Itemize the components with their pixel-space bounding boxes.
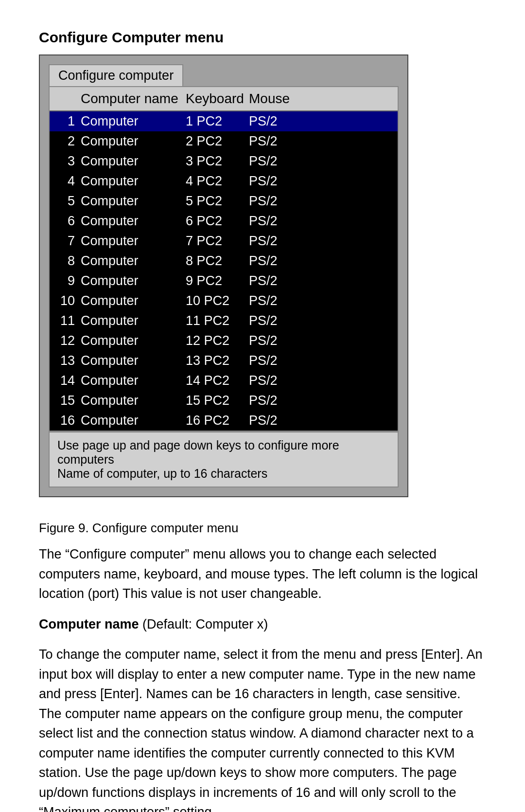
- row-computer-name: Computer: [79, 353, 186, 368]
- menu-tab-label: Configure computer: [49, 64, 183, 86]
- row-keyboard-num: 13 PC2: [186, 353, 249, 368]
- row-mouse: PS/2: [249, 253, 307, 269]
- row-mouse: PS/2: [249, 273, 307, 289]
- row-computer-name: Computer: [79, 174, 186, 189]
- menu-table: Computer name Keyboard Mouse 1 Computer …: [49, 86, 399, 432]
- row-num: 2: [50, 134, 79, 149]
- row-num: 6: [50, 214, 79, 229]
- row-keyboard-num: 8 PC2: [186, 253, 249, 269]
- row-computer-name: Computer: [79, 114, 186, 129]
- row-keyboard-num: 2 PC2: [186, 134, 249, 149]
- help-text-box: Use page up and page down keys to config…: [49, 432, 399, 487]
- row-mouse: PS/2: [249, 194, 307, 209]
- row-keyboard-num: 12 PC2: [186, 333, 249, 348]
- row-num: 12: [50, 333, 79, 348]
- row-num: 5: [50, 194, 79, 209]
- row-keyboard-num: 9 PC2: [186, 273, 249, 289]
- col-header-name: Computer name: [79, 91, 186, 107]
- row-mouse: PS/2: [249, 154, 307, 169]
- row-keyboard-num: 1 PC2: [186, 114, 249, 129]
- row-num: 11: [50, 313, 79, 328]
- row-mouse: PS/2: [249, 413, 307, 428]
- row-num: 8: [50, 253, 79, 269]
- row-mouse: PS/2: [249, 174, 307, 189]
- page-content: Configure Computer menu Configure comput…: [0, 0, 525, 812]
- row-num: 16: [50, 413, 79, 428]
- row-computer-name: Computer: [79, 273, 186, 289]
- row-keyboard-num: 14 PC2: [186, 373, 249, 388]
- row-computer-name: Computer: [79, 154, 186, 169]
- table-row[interactable]: 10 Computer 10 PC2 PS/2: [50, 291, 398, 311]
- row-mouse: PS/2: [249, 114, 307, 129]
- table-row[interactable]: 9 Computer 9 PC2 PS/2: [50, 271, 398, 291]
- table-row[interactable]: 6 Computer 6 PC2 PS/2: [50, 211, 398, 231]
- row-keyboard-num: 6 PC2: [186, 214, 249, 229]
- table-row[interactable]: 7 Computer 7 PC2 PS/2: [50, 231, 398, 251]
- row-keyboard-num: 10 PC2: [186, 293, 249, 308]
- row-num: 1: [50, 114, 79, 129]
- col-header-mouse: Mouse: [249, 91, 307, 107]
- col-header-keyboard: Keyboard: [186, 91, 249, 107]
- row-computer-name: Computer: [79, 134, 186, 149]
- row-mouse: PS/2: [249, 393, 307, 408]
- row-keyboard-num: 11 PC2: [186, 313, 249, 328]
- row-computer-name: Computer: [79, 393, 186, 408]
- row-num: 13: [50, 353, 79, 368]
- row-computer-name: Computer: [79, 214, 186, 229]
- table-row[interactable]: 2 Computer 2 PC2 PS/2: [50, 131, 398, 151]
- table-row[interactable]: 12 Computer 12 PC2 PS/2: [50, 331, 398, 351]
- computer-name-body: To change the computer name, select it f…: [39, 645, 486, 812]
- row-num: 14: [50, 373, 79, 388]
- table-row[interactable]: 1 Computer 1 PC2 PS/2: [50, 111, 398, 131]
- row-computer-name: Computer: [79, 333, 186, 348]
- row-mouse: PS/2: [249, 333, 307, 348]
- table-rows: 1 Computer 1 PC2 PS/2 2 Computer 2 PC2 P…: [50, 111, 398, 431]
- row-mouse: PS/2: [249, 313, 307, 328]
- table-row[interactable]: 4 Computer 4 PC2 PS/2: [50, 171, 398, 191]
- table-row[interactable]: 13 Computer 13 PC2 PS/2: [50, 351, 398, 371]
- row-keyboard-num: 15 PC2: [186, 393, 249, 408]
- row-computer-name: Computer: [79, 293, 186, 308]
- row-keyboard-num: 3 PC2: [186, 154, 249, 169]
- row-computer-name: Computer: [79, 194, 186, 209]
- help-line-1: Use page up and page down keys to config…: [57, 438, 390, 467]
- row-mouse: PS/2: [249, 373, 307, 388]
- row-computer-name: Computer: [79, 253, 186, 269]
- row-computer-name: Computer: [79, 413, 186, 428]
- row-keyboard-num: 5 PC2: [186, 194, 249, 209]
- table-row[interactable]: 15 Computer 15 PC2 PS/2: [50, 391, 398, 411]
- section-heading: Configure Computer menu: [39, 29, 486, 46]
- configure-computer-menu-box: Configure computer Computer name Keyboar…: [39, 54, 408, 497]
- row-num: 10: [50, 293, 79, 308]
- row-computer-name: Computer: [79, 373, 186, 388]
- row-num: 4: [50, 174, 79, 189]
- table-row[interactable]: 3 Computer 3 PC2 PS/2: [50, 151, 398, 171]
- row-keyboard-num: 4 PC2: [186, 174, 249, 189]
- figure-caption: Figure 9. Configure computer menu: [39, 521, 486, 536]
- help-line-2: Name of computer, up to 16 characters: [57, 467, 390, 481]
- row-num: 7: [50, 234, 79, 249]
- row-mouse: PS/2: [249, 293, 307, 308]
- computer-name-label: Computer name: [39, 617, 139, 632]
- table-row[interactable]: 8 Computer 8 PC2 PS/2: [50, 251, 398, 271]
- computer-name-default: (Default: Computer x): [142, 617, 268, 632]
- col-header-num: [50, 91, 79, 107]
- row-mouse: PS/2: [249, 134, 307, 149]
- body-paragraph-1: The “Configure computer” menu allows you…: [39, 544, 486, 604]
- row-mouse: PS/2: [249, 353, 307, 368]
- row-keyboard-num: 7 PC2: [186, 234, 249, 249]
- table-row[interactable]: 14 Computer 14 PC2 PS/2: [50, 371, 398, 391]
- computer-name-section: Computer name (Default: Computer x): [39, 614, 486, 634]
- row-computer-name: Computer: [79, 313, 186, 328]
- table-row[interactable]: 16 Computer 16 PC2 PS/2: [50, 411, 398, 431]
- row-computer-name: Computer: [79, 234, 186, 249]
- row-num: 3: [50, 154, 79, 169]
- row-keyboard-num: 16 PC2: [186, 413, 249, 428]
- row-mouse: PS/2: [249, 234, 307, 249]
- row-num: 15: [50, 393, 79, 408]
- row-num: 9: [50, 273, 79, 289]
- table-header-row: Computer name Keyboard Mouse: [50, 87, 398, 111]
- table-row[interactable]: 5 Computer 5 PC2 PS/2: [50, 191, 398, 211]
- table-row[interactable]: 11 Computer 11 PC2 PS/2: [50, 311, 398, 331]
- row-mouse: PS/2: [249, 214, 307, 229]
